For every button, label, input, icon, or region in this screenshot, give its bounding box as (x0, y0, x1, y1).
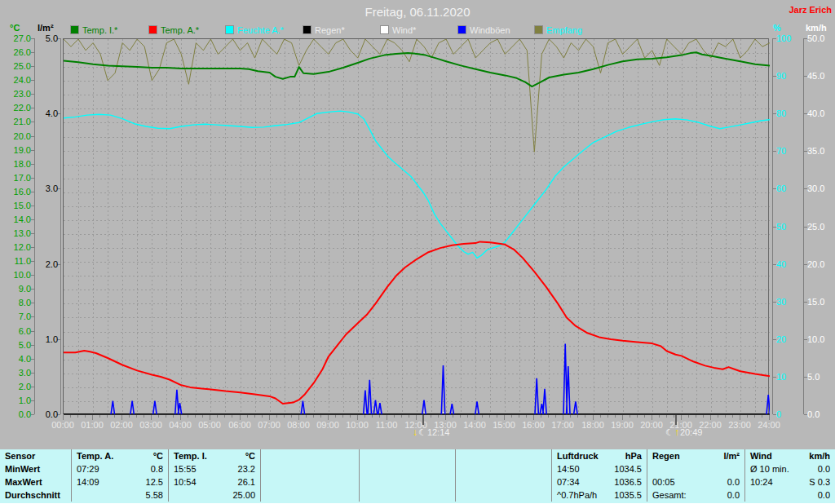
axis-tick-label: 5.0 (33, 34, 58, 43)
axis-tick (31, 345, 34, 346)
axis-tick-label: 0 (776, 410, 801, 419)
x-axis-tick (306, 415, 307, 418)
axis-tick-label: 16.0 (2, 188, 31, 197)
moonset-tick (422, 415, 424, 425)
legend-item-feuchte-a[interactable]: Feuchte A.* (225, 24, 284, 35)
legend-item-temp-i[interactable]: Temp. I.* (70, 24, 117, 35)
legend-item-empfang[interactable]: Empfang (534, 24, 582, 35)
x-axis-label: 06:00 (223, 420, 256, 430)
axis-tick (31, 275, 34, 276)
axis-tick-label: 25.0 (807, 223, 835, 232)
cell-text-left: Gesamt: (652, 490, 687, 500)
x-axis-tick (394, 415, 395, 418)
axis-tick-label: 30.0 (807, 184, 835, 193)
x-axis-tick (409, 415, 409, 418)
x-axis-label: 07:00 (253, 420, 285, 430)
legend-item-regen[interactable]: Regen* (303, 24, 345, 35)
x-axis-tick (379, 415, 380, 418)
x-axis-tick (158, 415, 159, 418)
cell-text-left: Sensor (5, 451, 35, 461)
cell-text-right: 0.0 (818, 490, 830, 500)
x-axis-tick (107, 415, 108, 418)
x-axis-tick (703, 415, 704, 418)
series-windb-en (111, 343, 770, 414)
table-cell: Ø 10 min.0.0 (745, 462, 835, 475)
axis-tick (31, 303, 34, 303)
axis-tick-label: 3.0 (2, 369, 31, 378)
cell-text-left: Luftdruck (557, 451, 599, 461)
axis-unit-hum: % (773, 23, 781, 33)
axis-tick-label: 35.0 (807, 147, 835, 156)
table-cell (360, 489, 456, 502)
x-axis-tick (401, 415, 402, 418)
axis-unit-wind: km/h (806, 23, 827, 33)
table-cell: 10:24S 0.3 (745, 475, 835, 489)
x-axis-label: 10:00 (341, 420, 373, 430)
x-axis-tick (482, 415, 483, 418)
axis-tick-label: 90 (776, 72, 801, 81)
up-arrow-icon: ↑ (674, 427, 679, 437)
x-axis-tick (364, 415, 365, 418)
x-axis-tick (85, 415, 86, 418)
x-axis-tick (114, 415, 115, 418)
x-axis-tick (254, 415, 255, 418)
x-axis-tick (129, 415, 130, 418)
axis-tick (31, 400, 34, 401)
cell-text-left: Ø 10 min. (750, 464, 789, 474)
legend-swatch-windboeen (457, 25, 466, 34)
axis-tick-label: 21.0 (2, 117, 31, 126)
x-axis-tick (511, 415, 512, 418)
legend-label: Regen* (315, 25, 345, 35)
cell-text-right: 1035.5 (614, 490, 642, 500)
cell-text-left: 07:29 (77, 464, 99, 474)
x-axis-label: 01:00 (76, 420, 108, 430)
x-axis-tick (526, 415, 527, 418)
table-header-cell: Temp. A.°C (72, 449, 169, 462)
legend-label: Windböen (470, 25, 510, 35)
x-axis-tick (313, 415, 314, 418)
x-axis-label: 15:00 (488, 420, 520, 430)
table-header-cell: Windkm/h (745, 449, 835, 462)
legend-item-wind[interactable]: Wind* (380, 24, 416, 35)
table-header-cell: Regenl/m² (647, 449, 745, 462)
legend-swatch-wind (380, 25, 389, 34)
x-axis-tick (320, 415, 321, 418)
x-axis-tick (630, 415, 630, 418)
cell-text-right: °C (153, 451, 163, 461)
axis-tick (31, 108, 34, 108)
x-axis-tick (431, 415, 431, 418)
table-cell: 00:050.0 (647, 475, 745, 489)
axis-unit-rain: l/m² (38, 23, 54, 33)
axis-tick-label: 22.0 (2, 104, 31, 113)
x-axis-tick (519, 415, 519, 418)
table-cell (261, 462, 360, 475)
axis-tick (31, 387, 34, 387)
table-cell: 07:290.8 (72, 462, 169, 475)
x-axis-tick (453, 415, 453, 418)
x-axis-tick (335, 415, 336, 418)
x-axis-tick (202, 415, 203, 418)
axis-tick (31, 331, 34, 332)
table-cell: 0.0 (745, 489, 835, 502)
x-axis-tick (173, 415, 174, 418)
x-axis-tick (262, 415, 263, 418)
axis-tick-label: 10.0 (807, 335, 835, 344)
axis-unit-temp_c: °C (10, 23, 20, 33)
axis-tick-label: 11.0 (2, 257, 31, 266)
axis-tick-label: 0.0 (2, 410, 31, 419)
x-axis-tick (725, 415, 726, 418)
x-axis-tick (247, 415, 248, 418)
axis-tick-label: 13.0 (2, 229, 31, 238)
chart-canvas (64, 39, 770, 415)
axis-tick-label: 25.0 (2, 62, 31, 71)
axis-tick-label: 20 (776, 335, 801, 344)
axis-tick-label: 27.0 (2, 34, 31, 43)
legend-item-temp-a[interactable]: Temp. A.* (148, 24, 199, 35)
cell-text-right: km/h (809, 451, 830, 461)
legend-swatch-temp-i (70, 25, 79, 34)
axis-tick (31, 150, 34, 151)
legend-swatch-feuchte-a (225, 25, 234, 34)
x-axis-tick (438, 415, 439, 418)
legend-item-windb-en[interactable]: Windböen (457, 24, 510, 35)
legend-swatch-regen (303, 25, 311, 34)
